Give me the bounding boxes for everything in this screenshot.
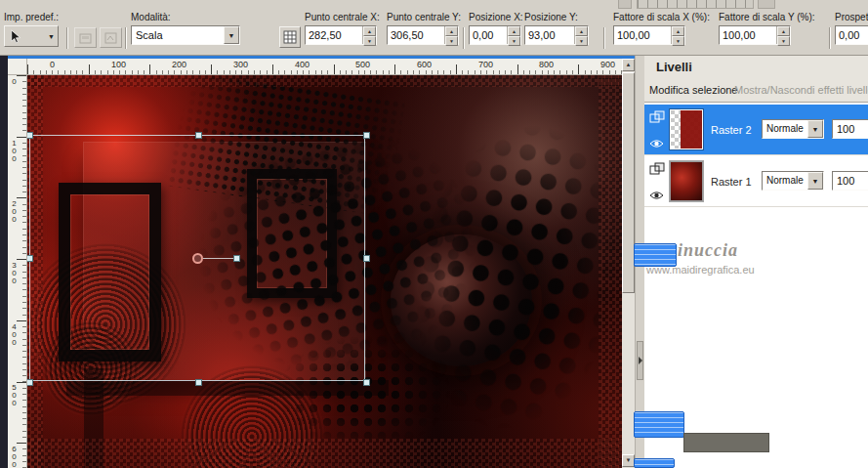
- spin-up-button[interactable]: ▲: [508, 26, 520, 36]
- preset-dropdown-button[interactable]: ▼: [4, 25, 59, 47]
- spin-down-button[interactable]: ▼: [445, 36, 458, 46]
- layer-opacity-value: 100: [837, 175, 854, 187]
- toolbar-separator: [66, 27, 68, 49]
- center-x-label: Punto centrale X:: [305, 12, 380, 22]
- blend-mode-dropdown[interactable]: Normale ▼: [762, 119, 824, 139]
- position-y-spinner[interactable]: 93,00 ▲▼: [524, 25, 589, 45]
- spin-down-button[interactable]: ▼: [672, 36, 684, 46]
- chevron-down-icon[interactable]: ▼: [224, 26, 239, 44]
- layer-name[interactable]: Raster 2: [711, 124, 752, 136]
- mosaic-edge-texture: [599, 75, 622, 468]
- transform-handle-middle-left[interactable]: [27, 255, 33, 262]
- rotation-handle[interactable]: [233, 255, 240, 262]
- position-x-group: Posizione X: 0,00 ▲▼: [469, 12, 523, 45]
- layer-visibility-eye-icon[interactable]: [649, 135, 664, 152]
- scale-x-group: Fattore di scala X (%): 100,00 ▲▼: [613, 12, 710, 45]
- edit-selection-button[interactable]: Modifica selezione: [649, 84, 738, 96]
- position-y-value[interactable]: 93,00: [525, 26, 574, 44]
- mode-dropdown[interactable]: Scala ▼: [131, 25, 240, 45]
- blend-mode-value: Normale: [763, 120, 807, 138]
- layer-row-raster-1[interactable]: Raster 1 Normale ▼ 100: [644, 156, 868, 207]
- spin-down-button[interactable]: ▼: [575, 36, 588, 46]
- clipped-toolbar-fragment: [618, 0, 632, 9]
- center-x-spinner[interactable]: 282,50 ▲▼: [305, 25, 377, 45]
- horizontal-ruler[interactable]: 0 100 200 300 400 500 600 700 800 900: [27, 59, 622, 75]
- ruler-label: 500: [10, 383, 19, 406]
- spin-down-button[interactable]: ▼: [508, 36, 520, 46]
- chevron-down-icon[interactable]: ▼: [807, 120, 823, 138]
- clipped-toolbar-fragment: [637, 0, 754, 9]
- ruler-label: 500: [355, 60, 370, 69]
- blend-mode-dropdown[interactable]: Normale ▼: [762, 171, 824, 191]
- chevron-down-icon: ▼: [48, 33, 55, 40]
- scale-y-value[interactable]: 100,00: [720, 26, 776, 44]
- layer-visibility-eye-icon[interactable]: [649, 187, 664, 204]
- ruler-label: 600: [10, 445, 19, 468]
- show-hide-layer-effects-button: Mostra/Nascondi effetti livello: [734, 84, 868, 96]
- position-y-label: Posizione Y:: [524, 12, 589, 22]
- scale-y-spinner[interactable]: 100,00 ▲▼: [719, 25, 791, 45]
- transform-handle-top-left[interactable]: [27, 132, 33, 139]
- mode-group: Modalità: Scala ▼: [131, 12, 240, 45]
- layer-name[interactable]: Raster 1: [711, 176, 752, 188]
- layer-opacity-field[interactable]: 100: [832, 119, 868, 139]
- spin-up-button[interactable]: ▲: [672, 26, 684, 36]
- transform-handle-bottom-right[interactable]: [363, 379, 370, 386]
- watermark-text: Pinuccia: [666, 240, 738, 261]
- layer-row-raster-2[interactable]: Raster 2 Normale ▼ 100: [644, 105, 868, 155]
- layers-palette: Livelli Modifica selezione Mostra/Nascon…: [644, 56, 868, 468]
- scale-y-label: Fattore di scala Y (%):: [719, 12, 815, 22]
- center-y-value[interactable]: 306,50: [388, 26, 444, 44]
- spin-up-button[interactable]: ▲: [777, 26, 790, 36]
- preset-label: Imp. predef.:: [4, 12, 59, 22]
- layer-thumbnail[interactable]: [670, 161, 703, 201]
- layer-opacity-field[interactable]: 100: [832, 171, 868, 191]
- mode-value[interactable]: Scala: [132, 26, 224, 44]
- transform-handle-top-right[interactable]: [363, 132, 370, 139]
- image-window-border: [0, 56, 8, 468]
- layer-thumbnail[interactable]: [670, 109, 703, 149]
- ruler-label: 200: [10, 199, 19, 223]
- spin-up-button[interactable]: ▲: [363, 26, 376, 36]
- spin-up-button[interactable]: ▲: [445, 26, 458, 36]
- scroll-up-button[interactable]: ▲: [622, 59, 635, 71]
- ruler-label: 100: [10, 139, 19, 162]
- spin-up-button[interactable]: ▲: [575, 26, 588, 36]
- spin-buttons: ▲▼: [574, 26, 588, 44]
- position-x-value[interactable]: 0,00: [470, 26, 507, 44]
- scale-y-group: Fattore di scala Y (%): 100,00 ▲▼: [719, 12, 815, 45]
- layer-type-icon: [649, 109, 665, 127]
- transform-bounding-box[interactable]: [29, 135, 365, 381]
- chevron-down-icon[interactable]: ▼: [807, 172, 823, 190]
- background-window-fragment: [634, 458, 675, 468]
- toolbar-button-disabled-2: [100, 27, 122, 48]
- center-x-value[interactable]: 282,50: [306, 26, 362, 44]
- spin-down-button[interactable]: ▼: [363, 36, 376, 46]
- transform-handle-top-center[interactable]: [195, 132, 202, 139]
- spin-buttons: ▲▼: [444, 26, 458, 44]
- position-x-spinner[interactable]: 0,00 ▲▼: [469, 25, 521, 45]
- perspective-value[interactable]: 0,00: [836, 26, 868, 44]
- scale-x-label: Fattore di scala X (%):: [613, 12, 710, 22]
- scale-x-value[interactable]: 100,00: [614, 26, 671, 44]
- grid-transform-button[interactable]: [279, 26, 301, 48]
- vertical-ruler[interactable]: 0 100 200 300 400 500 600: [8, 75, 27, 468]
- spin-buttons: ▲▼: [776, 26, 790, 44]
- ruler-label: 700: [478, 60, 493, 69]
- scale-x-spinner[interactable]: 100,00 ▲▼: [613, 25, 685, 45]
- transform-handle-bottom-center[interactable]: [195, 379, 202, 386]
- perspective-label: Prospettiva: [835, 12, 868, 22]
- collapse-arrow-icon: [639, 357, 642, 364]
- ruler-label: 800: [539, 60, 554, 69]
- transform-handle-bottom-left[interactable]: [27, 379, 33, 386]
- mosaic-edge-texture: [27, 439, 622, 468]
- center-y-spinner[interactable]: 306,50 ▲▼: [387, 25, 459, 45]
- perspective-spinner[interactable]: 0,00 ▲▼: [835, 25, 868, 45]
- canvas-image[interactable]: [27, 75, 622, 468]
- panel-collapse-handle[interactable]: [637, 341, 643, 380]
- blend-mode-value: Normale: [763, 172, 807, 190]
- rotation-pivot[interactable]: [192, 253, 203, 264]
- transform-handle-middle-right[interactable]: [363, 255, 370, 262]
- spin-down-button[interactable]: ▼: [777, 36, 790, 46]
- ruler-label: 600: [417, 60, 432, 69]
